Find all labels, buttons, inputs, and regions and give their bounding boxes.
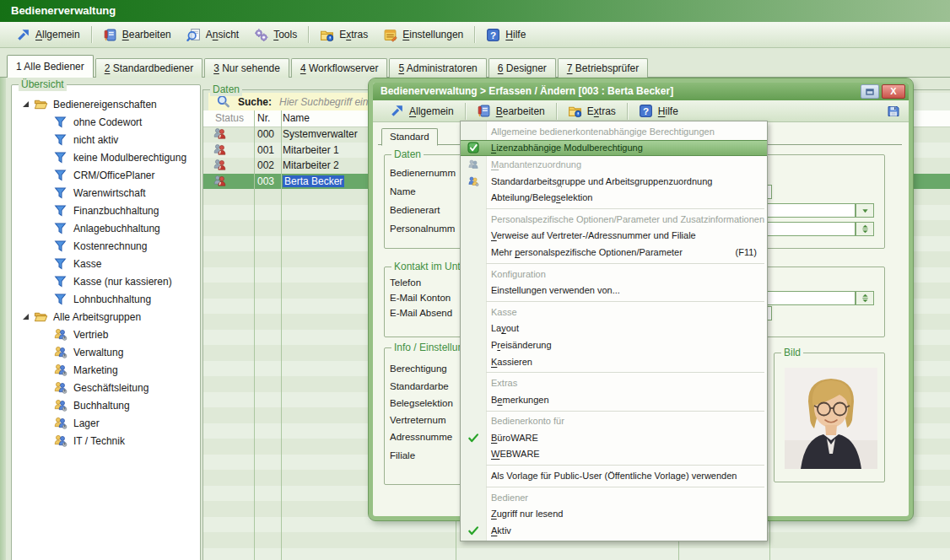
dialog-menu-item-extras[interactable]: Extras <box>560 101 623 121</box>
menu-item-mehr-personalspezifische-optionen-parameter[interactable]: Mehr personalspezifische Optionen/Parame… <box>461 244 767 261</box>
tree-item-finanzbuchhaltung[interactable]: Finanzbuchhaltung <box>12 202 200 219</box>
dialog-menu-item-hilfe[interactable]: ?Hilfe <box>631 101 686 121</box>
menu-item-label: Standardarbeitsgruppe und Arbeitsgruppen… <box>486 176 712 186</box>
main-menu-item-tools[interactable]: Tools <box>246 25 305 45</box>
dialog-title: Bedienerverwaltung > Erfassen / Ändern [… <box>381 83 858 100</box>
dropdown-arrow-button[interactable] <box>856 203 874 218</box>
menu-item-label: BüroWARE <box>486 433 538 443</box>
window-titlebar[interactable]: Bedienerverwaltung <box>0 0 950 22</box>
expander-icon[interactable] <box>23 314 29 320</box>
tree-item-vertrieb[interactable]: Vertrieb <box>12 326 200 343</box>
dialog-titlebar[interactable]: Bedienerverwaltung > Erfassen / Ändern [… <box>373 83 909 100</box>
menu-item-preis-nderung[interactable]: Preisänderung <box>461 337 767 353</box>
tree-item-keine-modulberechtigung[interactable]: keine Modulberechtigung <box>12 148 200 166</box>
folder-open-icon <box>34 310 48 324</box>
tree-item-ohne-codewort[interactable]: ohne Codewort <box>12 113 200 131</box>
tab-6-designer[interactable]: 6 Designer <box>488 58 556 78</box>
menu-item-lizenzabh-ngige-modulberechtigung[interactable]: Lizenzabhängige Modulberechtigung <box>461 140 767 157</box>
tree-item-warenwirtschaft[interactable]: Warenwirtschaft <box>12 184 200 202</box>
tree-item-label: Kasse (nur kassieren) <box>73 276 172 288</box>
menu-item-abteilung-belegselektion[interactable]: Abteilung/Belegselektion <box>461 189 767 206</box>
tab-3-nur-sehende[interactable]: 3 Nur sehende <box>204 58 289 78</box>
tree-item-anlagebuchhaltung[interactable]: Anlagebuchhaltung <box>12 219 200 237</box>
tree-item-label: Finanzbuchhaltung <box>73 205 159 217</box>
dialog-menu-item-label: Allgemein <box>409 105 454 117</box>
menu-item-zugriff-nur-lesend[interactable]: Zugriff nur lesend <box>461 505 767 522</box>
main-menu-item-label: Tools <box>273 29 297 40</box>
arrow-up-right-icon <box>390 104 404 118</box>
menu-item-kassieren[interactable]: Kassieren <box>461 353 767 370</box>
menu-section-kasse: Kasse <box>461 304 767 320</box>
tab-7-betriebspr-fer[interactable]: 7 Betriebsprüfer <box>558 58 648 78</box>
workgroup-icon <box>53 363 67 377</box>
tab-2-standardbediener[interactable]: 2 Standardbediener <box>95 58 202 78</box>
main-menu-item-extras[interactable]: Extras <box>312 25 375 45</box>
tree-item-label: Lager <box>73 417 100 429</box>
tree-item-marketing[interactable]: Marketing <box>12 361 200 379</box>
tree-item-it-technik[interactable]: IT / Technik <box>12 432 200 450</box>
expander-icon[interactable] <box>23 101 29 107</box>
menu-item-bemerkungen[interactable]: Bemerkungen <box>461 391 767 408</box>
stepper-buttons[interactable] <box>856 222 874 236</box>
cell-name: Mitarbeiter 2 <box>283 159 339 171</box>
tree-section-bedienereigenschaften[interactable]: Bedienereigenschaften <box>12 95 200 113</box>
menu-item-standardarbeitsgruppe-und-arbeitsgruppenzuordnung[interactable]: Standardarbeitsgruppe und Arbeitsgruppen… <box>461 173 767 190</box>
tree-item-buchhaltung[interactable]: Buchhaltung <box>12 396 200 414</box>
tree-item-kasse-nur-kassieren[interactable]: Kasse (nur kassieren) <box>12 272 200 290</box>
column-header-nr[interactable]: Nr. <box>257 112 270 124</box>
cell-nr: 001 <box>257 144 274 156</box>
dialog-menu-item-bearbeiten[interactable]: Bearbeiten <box>469 101 553 121</box>
menu-item-webware[interactable]: WEBWARE <box>461 446 767 463</box>
tree-item-lohnbuchhaltung[interactable]: Lohnbuchhaltung <box>12 290 200 308</box>
menu-section-bedienerkonto-f-r: Bedienerkonto für <box>461 413 767 430</box>
tab-4-workflowserver[interactable]: 4 Workflowserver <box>291 58 387 78</box>
main-menu-item-einstellungen[interactable]: Einstellungen <box>375 25 471 45</box>
tab-standard[interactable]: Standard <box>381 128 438 146</box>
menu-item-aktiv[interactable]: Aktiv <box>461 522 767 539</box>
dialog-menu-item-allgemein[interactable]: Allgemein <box>382 101 462 121</box>
tab-5-administratoren[interactable]: 5 Administratoren <box>389 58 486 78</box>
menu-item-label: Als Vorlage für Public-User (Öffentliche… <box>486 471 737 481</box>
tree-item-lager[interactable]: Lager <box>12 414 200 432</box>
tree-item-gesch-ftsleitung[interactable]: Geschäftsleitung <box>12 379 200 396</box>
column-header-status[interactable]: Status <box>215 112 244 124</box>
tree-item-kasse[interactable]: Kasse <box>12 255 200 272</box>
edit-tool-icon <box>477 104 491 118</box>
menu-item-verweise-auf-vertreter-adressnummer-und-filiale[interactable]: Verweise auf Vertreter-/Adressnummer und… <box>461 228 767 245</box>
field-label: E-Mail Absend <box>390 308 452 318</box>
column-header-name[interactable]: Name <box>283 112 310 124</box>
menu-item-label: Bemerkungen <box>486 395 549 405</box>
menu-item-einstellungen-verwenden-von[interactable]: Einstellungen verwenden von... <box>461 282 767 299</box>
workgroup-icon <box>53 380 67 395</box>
menu-item-als-vorlage-f-r-public-user-ffentliche-vorlage-verwenden[interactable]: Als Vorlage für Public-User (Öffentliche… <box>461 467 767 484</box>
filter-funnel-icon <box>53 203 67 218</box>
table-row-empty[interactable] <box>203 548 950 560</box>
main-menu-item-hilfe[interactable]: ?Hilfe <box>478 25 533 45</box>
window-restore-icon <box>865 88 875 96</box>
field-label: Berechtigung <box>390 363 447 374</box>
dialog-menubar: AllgemeinBearbeitenExtras?Hilfe <box>373 100 909 122</box>
main-menu-item-bearbeiten[interactable]: Bearbeiten <box>95 25 179 45</box>
tree-item-nicht-aktiv[interactable]: nicht aktiv <box>12 131 200 148</box>
field-label: Personalnumm <box>390 223 455 234</box>
tree-item-verwaltung[interactable]: Verwaltung <box>12 343 200 361</box>
left-margin-strip <box>0 78 6 560</box>
save-icon[interactable] <box>887 105 900 118</box>
tree-item-crm-officeplaner[interactable]: CRM/OfficePlaner <box>12 166 200 184</box>
tree-section-alle-arbeitsgruppen[interactable]: Alle Arbeitsgruppen <box>12 308 200 326</box>
menu-item-layout[interactable]: Layout <box>461 320 767 337</box>
menu-item-label: Lizenzabhängige Modulberechtigung <box>486 143 643 153</box>
close-button[interactable]: X <box>882 84 905 99</box>
stepper-buttons[interactable] <box>856 291 874 305</box>
menu-item-label: WEBWARE <box>486 449 540 459</box>
main-menu-item-ansicht[interactable]: Ansicht <box>179 25 246 45</box>
menu-item-b-roware[interactable]: BüroWARE <box>461 429 767 446</box>
main-menu-item-label: Extras <box>339 29 368 40</box>
check-icon <box>461 432 486 444</box>
menu-item-mandantenzuordnung[interactable]: Mandantenzuordnung <box>461 156 767 173</box>
tab-1-alle-bediener[interactable]: 1 Alle Bediener <box>7 55 94 78</box>
main-menu-item-allgemein[interactable]: Allgemein <box>8 25 88 45</box>
svg-text:?: ? <box>490 29 496 40</box>
restore-button[interactable] <box>861 84 879 99</box>
tree-item-kostenrechnung[interactable]: Kostenrechnung <box>12 237 200 255</box>
